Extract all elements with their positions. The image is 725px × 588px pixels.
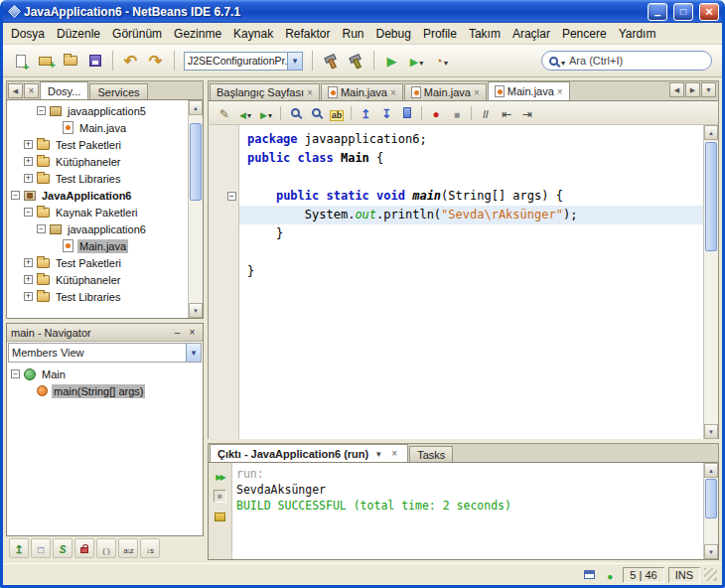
editor-tab-2[interactable]: Main.java — [404, 83, 487, 100]
minus-toggle-icon[interactable] — [37, 106, 46, 115]
titlebar[interactable]: JavaApplication6 - NetBeans IDE 6.7.1 — [3, 0, 722, 23]
show-fields-button[interactable] — [31, 538, 51, 558]
minimize-window-icon[interactable] — [171, 326, 184, 339]
minimize-button[interactable] — [648, 3, 667, 21]
scroll-track[interactable] — [704, 478, 718, 544]
tab-list-button[interactable] — [701, 82, 716, 97]
scroll-tabs-right-button[interactable] — [685, 82, 700, 97]
panel-scroll-left-button[interactable] — [8, 83, 23, 98]
run-project-button[interactable] — [380, 50, 403, 73]
projects-scrollbar[interactable] — [188, 100, 203, 318]
close-window-icon[interactable] — [186, 326, 199, 339]
scroll-thumb[interactable] — [705, 142, 717, 251]
output-text[interactable]: run:SevdaAksüngerBUILD SUCCESSFUL (total… — [232, 463, 703, 559]
close-button[interactable] — [699, 3, 719, 21]
menu-kaynak[interactable]: Kaynak — [227, 24, 279, 44]
chevron-down-icon[interactable] — [287, 53, 302, 70]
output-tab-0[interactable]: Çıktı - JavaApplication6 (run) — [210, 444, 408, 462]
search-input[interactable] — [567, 54, 704, 68]
shift-right-button[interactable] — [517, 103, 537, 122]
show-inherited-button[interactable] — [9, 538, 29, 558]
tree-item[interactable]: Main.java — [7, 237, 188, 254]
plus-toggle-icon[interactable] — [24, 157, 33, 166]
close-tab-icon[interactable] — [390, 86, 396, 98]
scroll-down-icon[interactable] — [189, 303, 203, 318]
tree-item[interactable]: Kaynak Paketleri — [7, 204, 188, 220]
tree-item[interactable]: Test Libraries — [7, 170, 188, 187]
minus-toggle-icon[interactable] — [37, 224, 46, 233]
stop-macro-button[interactable] — [447, 103, 467, 122]
menu-dosya[interactable]: Dosya — [5, 24, 51, 44]
search-options-icon[interactable] — [560, 52, 565, 70]
debug-project-button[interactable] — [405, 50, 428, 73]
plus-toggle-icon[interactable] — [24, 275, 33, 284]
show-static-button[interactable] — [53, 538, 72, 558]
undo-button[interactable] — [119, 50, 142, 73]
tree-item[interactable]: Main.java — [7, 119, 188, 136]
find-selection-button[interactable] — [285, 103, 305, 122]
minus-toggle-icon[interactable] — [11, 369, 20, 378]
tree-item[interactable]: javaapplication5 — [7, 102, 188, 119]
record-macro-button[interactable] — [426, 103, 446, 122]
menu-profile[interactable]: Profile — [417, 24, 463, 44]
scroll-tabs-left-button[interactable] — [669, 82, 684, 97]
output-scrollbar[interactable] — [703, 463, 718, 559]
find-next-button[interactable] — [306, 103, 326, 122]
show-non-public-button[interactable] — [74, 538, 94, 558]
output-window-status-button[interactable] — [580, 566, 598, 584]
menu-takm[interactable]: Takım — [463, 24, 507, 44]
sort-by-source-button[interactable] — [140, 538, 160, 558]
new-file-button[interactable] — [9, 50, 32, 73]
profile-project-button[interactable] — [430, 50, 453, 73]
scroll-track[interactable] — [189, 115, 203, 303]
new-project-button[interactable] — [34, 50, 57, 73]
output-dropdown-icon[interactable] — [372, 448, 384, 460]
maximize-button[interactable] — [673, 3, 693, 21]
tree-item[interactable]: Test Paketleri — [7, 136, 188, 153]
next-bookmark-button[interactable] — [376, 103, 396, 122]
resize-grip[interactable] — [704, 568, 717, 581]
plus-toggle-icon[interactable] — [24, 258, 33, 267]
plus-toggle-icon[interactable] — [24, 174, 33, 183]
menu-run[interactable]: Run — [337, 24, 370, 44]
scroll-up-icon[interactable] — [704, 125, 718, 140]
search-box[interactable] — [541, 51, 712, 71]
minus-toggle-icon[interactable] — [11, 191, 20, 200]
tree-item[interactable]: Kütüphaneler — [7, 271, 188, 288]
open-project-button[interactable] — [59, 50, 81, 73]
tree-item[interactable]: main(String[] args) — [7, 382, 203, 399]
shift-left-button[interactable] — [497, 103, 516, 122]
navigator-view-select[interactable]: Members View — [8, 343, 202, 363]
minus-toggle-icon[interactable] — [24, 208, 33, 217]
ant-settings-button[interactable] — [212, 508, 229, 525]
close-tab-icon[interactable] — [474, 86, 480, 98]
stop-build-button[interactable] — [212, 487, 229, 505]
scroll-track[interactable] — [704, 140, 718, 424]
menu-dzenle[interactable]: Düzenle — [51, 24, 106, 44]
tree-item[interactable]: Kütüphaneler — [7, 153, 188, 170]
redo-button[interactable] — [144, 50, 167, 73]
plus-toggle-icon[interactable] — [24, 140, 33, 149]
comment-button[interactable] — [476, 103, 496, 122]
tree-item[interactable]: Main — [7, 366, 203, 382]
menu-refaktor[interactable]: Refaktor — [279, 24, 336, 44]
tree-item[interactable]: JavaApplication6 — [7, 187, 188, 204]
menu-pencere[interactable]: Pencere — [556, 24, 613, 44]
toggle-highlight-button[interactable] — [327, 103, 347, 122]
scroll-thumb[interactable] — [705, 479, 717, 518]
menu-debug[interactable]: Debug — [370, 24, 417, 44]
previous-bookmark-button[interactable] — [356, 103, 375, 122]
panel-close-button[interactable] — [24, 83, 39, 98]
menu-grnm[interactable]: Görünüm — [106, 24, 168, 44]
close-tab-icon[interactable] — [307, 86, 313, 98]
panel-tab-1[interactable]: Services — [89, 83, 147, 99]
scroll-up-icon[interactable] — [189, 100, 203, 115]
scroll-thumb[interactable] — [190, 123, 202, 201]
panel-tab-0[interactable]: Dosy... — [40, 81, 88, 99]
back-button[interactable] — [235, 103, 255, 122]
output-tab-1[interactable]: Tasks — [409, 446, 453, 462]
menu-aralar[interactable]: Araçlar — [507, 24, 556, 44]
code-area[interactable]: package javaapplication6;public class Ma… — [209, 125, 703, 439]
forward-button[interactable] — [256, 103, 276, 122]
last-edited-button[interactable] — [215, 103, 234, 122]
